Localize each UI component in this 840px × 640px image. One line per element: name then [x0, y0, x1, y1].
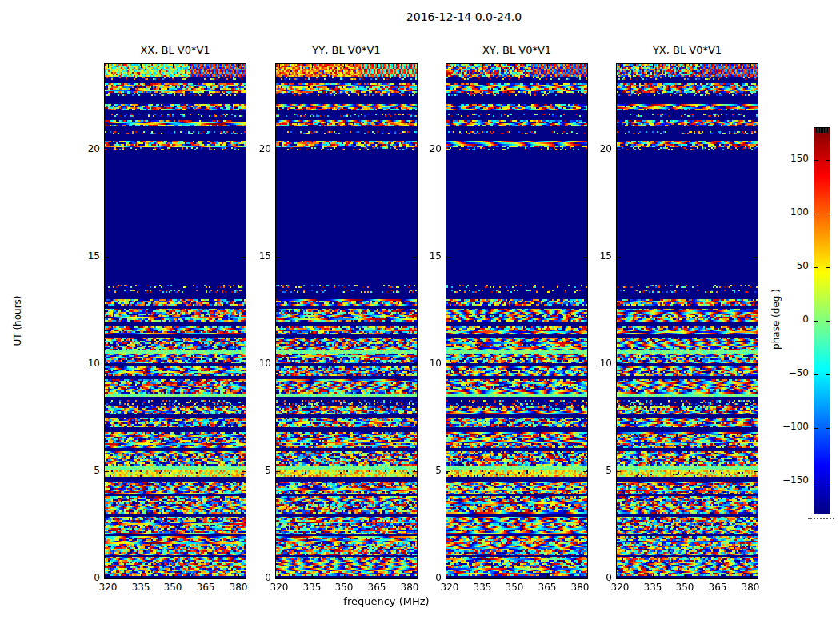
- y-tick-label: 20: [71, 143, 100, 155]
- x-tick-label: 320: [434, 582, 466, 594]
- y-tick-label: 15: [71, 250, 100, 262]
- heatmap-canvas: [446, 64, 587, 578]
- figure-title: 2016-12-14 0.0-24.0: [406, 10, 522, 23]
- y-tick-label: 15: [413, 250, 442, 262]
- y-axis-label: UT (hours): [12, 285, 25, 357]
- panel-title: YY, BL V0*V1: [276, 44, 417, 56]
- x-tick-label: 365: [361, 582, 393, 594]
- x-tick-label: 335: [296, 582, 328, 594]
- y-tick-label: 5: [413, 465, 442, 477]
- colorbar-tick-label: −150: [775, 474, 809, 486]
- heatmap-canvas: [276, 64, 417, 578]
- x-tick-label: 335: [637, 582, 669, 594]
- x-tick-label: 365: [531, 582, 563, 594]
- y-tick-label: 5: [71, 465, 100, 477]
- colorbar-tick-label: −50: [775, 367, 809, 379]
- y-tick-label: 15: [583, 250, 612, 262]
- x-tick-label: 350: [498, 582, 530, 594]
- colorbar-gradient: [814, 127, 830, 514]
- y-tick-label: 15: [242, 250, 271, 262]
- colorbar-tick-label: −100: [775, 421, 809, 433]
- colorbar-tick-label: 50: [775, 260, 809, 272]
- x-tick-label: 350: [157, 582, 189, 594]
- panel-title: XY, BL V0*V1: [446, 44, 587, 56]
- x-tick-label: 335: [125, 582, 157, 594]
- heatmap-canvas: [617, 64, 758, 578]
- panel-title: YX, BL V0*V1: [617, 44, 758, 56]
- colorbar-tick-label: 0: [775, 314, 809, 326]
- heatmap-canvas: [105, 64, 246, 578]
- x-tick-label: 365: [702, 582, 734, 594]
- y-tick-label: 20: [413, 143, 442, 155]
- colorbar-tick-label: 150: [775, 153, 809, 165]
- y-tick-label: 10: [242, 358, 271, 370]
- colorbar-bottom-dots: [808, 518, 834, 519]
- x-tick-label: 380: [734, 582, 766, 594]
- y-tick-label: 10: [413, 358, 442, 370]
- y-tick-label: 10: [71, 358, 100, 370]
- panel-title: XX, BL V0*V1: [105, 44, 246, 56]
- y-tick-label: 20: [242, 143, 271, 155]
- y-tick-label: 20: [583, 143, 612, 155]
- colorbar-tick-label: 100: [775, 206, 809, 218]
- x-axis-label: frequency (MHz): [343, 595, 429, 607]
- x-tick-label: 320: [263, 582, 295, 594]
- y-tick-label: 5: [583, 465, 612, 477]
- x-tick-label: 335: [466, 582, 498, 594]
- x-tick-label: 350: [328, 582, 360, 594]
- x-tick-label: 320: [604, 582, 636, 594]
- x-tick-label: 320: [92, 582, 124, 594]
- x-tick-label: 350: [669, 582, 701, 594]
- y-tick-label: 5: [242, 465, 271, 477]
- y-tick-label: 10: [583, 358, 612, 370]
- x-tick-label: 365: [190, 582, 222, 594]
